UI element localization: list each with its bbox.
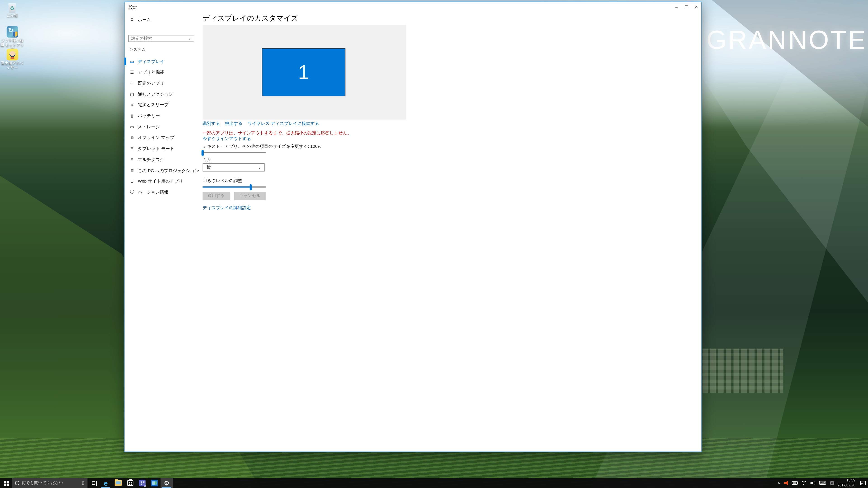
sidebar-item-home[interactable]: ⚙ ホーム — [125, 14, 203, 24]
sidebar-item-web-apps[interactable]: ⊡ Web サイト用のアプリ — [125, 176, 203, 186]
app-tiles-icon — [139, 480, 146, 486]
slider-thumb[interactable] — [250, 184, 252, 190]
wallpaper-brand-text: GRANNOTE — [706, 24, 867, 55]
sidebar-item-label: アプリと機能 — [138, 69, 164, 75]
orientation-dropdown[interactable]: 横 ⌄ — [203, 163, 265, 171]
gear-icon: ⚙ — [164, 480, 169, 486]
default-apps-icon: ≔ — [129, 80, 135, 86]
apps-list-icon: ☰ — [129, 70, 135, 75]
advanced-display-settings-link[interactable]: ディスプレイの詳細設定 — [203, 205, 251, 211]
display-icon: ▭ — [129, 59, 135, 64]
brightness-label: 明るさレベルの調整 — [203, 177, 242, 184]
search-icon[interactable]: ⌕ — [189, 36, 194, 41]
fujitsu-advisor-icon — [6, 49, 18, 60]
wifi-icon[interactable] — [801, 481, 807, 485]
sidebar-item-label: バッテリー — [138, 113, 160, 119]
sidebar-item-label: マルチタスク — [138, 157, 164, 163]
sidebar-item-battery[interactable]: ▯ バッテリー — [125, 111, 203, 121]
sidebar-item-tablet-mode[interactable]: ⊞ タブレット モード — [125, 144, 203, 154]
desktop-icon-label: ごみ箱 — [0, 13, 24, 18]
settings-search-box[interactable]: ⌕ — [128, 35, 194, 42]
recycle-bin-icon: ♻ — [8, 3, 17, 13]
sidebar-item-label: ディスプレイ — [138, 58, 164, 64]
sidebar-item-about[interactable]: ⓘ バージョン情報 — [125, 187, 203, 197]
task-view-icon — [90, 481, 96, 486]
storage-icon: ▭ — [129, 124, 135, 129]
battery-icon[interactable] — [792, 482, 798, 485]
titlebar[interactable]: 設定 — [125, 2, 702, 12]
system-tray: ∧ ⌨ ✕ 15:59 2017/02/26 — [777, 478, 868, 488]
gear-icon: ⚙ — [129, 17, 135, 22]
action-center-icon[interactable] — [860, 481, 866, 486]
power-icon: ○ — [129, 103, 135, 107]
taskbar-clock[interactable]: 15:59 2017/02/26 — [837, 478, 855, 488]
sidebar-section-label: システム — [129, 47, 146, 53]
sync-offline-icon[interactable]: ✕ — [830, 481, 834, 486]
settings-window: 設定 – ☐ ✕ ⚙ ホーム ⌕ システム ▭ ディスプレイ ☰ アプ — [124, 2, 702, 452]
sidebar-item-label: オフライン マップ — [138, 135, 175, 141]
hidden-icons-chevron[interactable]: ∧ — [777, 481, 780, 485]
display-preview-panel: 1 — [203, 25, 406, 120]
settings-sidebar: ⚙ ホーム ⌕ システム ▭ ディスプレイ ☰ アプリと機能 ≔ 既定のアプリ … — [125, 12, 203, 451]
slider-track[interactable] — [203, 152, 266, 153]
sidebar-item-apps-features[interactable]: ☰ アプリと機能 — [125, 67, 203, 77]
clock-date: 2017/02/26 — [837, 483, 855, 488]
cancel-button[interactable]: キャンセル — [234, 192, 266, 200]
store-icon — [127, 480, 133, 486]
microphone-icon[interactable] — [82, 481, 84, 485]
sidebar-item-label: ストレージ — [138, 124, 160, 130]
desktop: GRANNOTE ♻ ごみ箱 ソフト使い放題 セットアップ 富士通アドバイザー … — [0, 0, 868, 488]
sidebar-item-label: Web サイト用のアプリ — [138, 178, 183, 184]
close-button[interactable]: ✕ — [691, 2, 702, 11]
taskbar-edge-button[interactable]: e — [100, 478, 112, 488]
edge-icon: e — [104, 480, 108, 487]
taskbar-app-tiles-button[interactable] — [136, 478, 148, 488]
sign-out-now-link[interactable]: 今すぐサインアウトする — [203, 135, 251, 141]
minimize-button[interactable]: – — [672, 2, 682, 11]
wireless-display-link[interactable]: ワイヤレス ディスプレイに接続する — [248, 121, 319, 127]
taskbar-search-placeholder: 何でも聞いてください — [22, 480, 82, 486]
scale-slider-label: テキスト、アプリ、その他の項目のサイズを変更する: 100% — [203, 143, 321, 149]
desktop-icon-recycle-bin[interactable]: ♻ ごみ箱 — [0, 3, 24, 18]
sidebar-item-offline-maps[interactable]: ⧉ オフライン マップ — [125, 133, 203, 142]
settings-search-input[interactable] — [129, 36, 189, 41]
sidebar-item-projecting[interactable]: ⧉ この PC へのプロジェクション — [125, 165, 203, 175]
desktop-icon-fujitsu-advisor[interactable]: 富士通アドバイザー — [0, 49, 24, 70]
identify-link[interactable]: 識別する — [203, 121, 220, 127]
apply-button[interactable]: 適用する — [203, 192, 229, 200]
sidebar-item-label: 通知とアクション — [138, 91, 173, 97]
battery-icon: ▯ — [129, 113, 135, 119]
task-view-button[interactable] — [88, 478, 100, 488]
taskbar-display-app-button[interactable] — [148, 478, 160, 488]
cortana-search-box[interactable]: 何でも聞いてください — [12, 478, 88, 488]
sidebar-item-label: 電源とスリープ — [138, 102, 168, 108]
volume-icon[interactable] — [810, 481, 815, 485]
brightness-slider[interactable] — [203, 184, 266, 190]
taskbar-settings-button[interactable]: ⚙ — [160, 478, 173, 488]
monitor-number: 1 — [298, 61, 309, 84]
slider-thumb[interactable] — [202, 150, 204, 156]
settings-main-pane: ディスプレイのカスタマイズ 1 識別する 検出する ワイヤレス ディスプレイに接… — [203, 12, 702, 451]
chevron-down-icon: ⌄ — [258, 165, 264, 170]
display-links: 識別する 検出する ワイヤレス ディスプレイに接続する — [203, 121, 319, 127]
scale-slider[interactable] — [203, 149, 266, 156]
desktop-icon-soft-setup[interactable]: ソフト使い放題 セットアップ — [0, 26, 24, 52]
monitor-preview[interactable]: 1 — [262, 48, 345, 96]
maximize-button[interactable]: ☐ — [682, 2, 691, 11]
taskbar-spacer — [173, 478, 777, 488]
detect-link[interactable]: 検出する — [225, 121, 243, 127]
notification-speaker-icon[interactable] — [784, 481, 788, 485]
sidebar-item-storage[interactable]: ▭ ストレージ — [125, 122, 203, 132]
sidebar-item-default-apps[interactable]: ≔ 既定のアプリ — [125, 78, 203, 88]
sidebar-item-multitasking[interactable]: ⧈ マルチタスク — [125, 155, 203, 164]
taskbar-file-explorer-button[interactable] — [112, 478, 124, 488]
clock-time: 15:59 — [837, 478, 855, 483]
sidebar-item-power-sleep[interactable]: ○ 電源とスリープ — [125, 100, 203, 110]
touch-keyboard-icon[interactable]: ⌨ — [819, 481, 826, 486]
taskbar-store-button[interactable] — [124, 478, 136, 488]
sidebar-item-notifications[interactable]: ▢ 通知とアクション — [125, 89, 203, 99]
sidebar-item-display[interactable]: ▭ ディスプレイ — [125, 57, 203, 66]
desktop-icon-label: 富士通アドバイザー — [0, 61, 24, 70]
sidebar-item-label: タブレット モード — [138, 145, 174, 152]
start-button[interactable] — [0, 478, 12, 488]
